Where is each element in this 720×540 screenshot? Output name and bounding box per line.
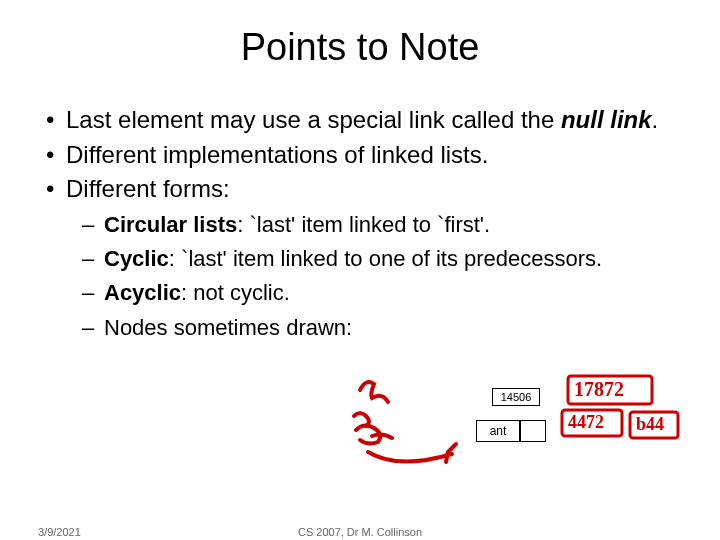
node-bottom-box: ant [476, 420, 520, 442]
svg-rect-2 [630, 412, 678, 438]
node-bottom-pointer-box [520, 420, 546, 442]
bullet-list: Last element may use a special link call… [40, 105, 680, 342]
bullet-1: Last element may use a special link call… [40, 105, 680, 136]
sub-1-label: Circular lists [104, 212, 237, 237]
sub-2-rest: : `last' item linked to one of its prede… [169, 246, 602, 271]
bullet-3: Different forms: Circular lists: `last' … [40, 174, 680, 341]
svg-rect-0 [568, 376, 652, 404]
footer-date: 3/9/2021 [38, 526, 81, 538]
bullet-1-emph: null link [561, 106, 652, 133]
bullet-2: Different implementations of linked list… [40, 140, 680, 171]
sub-1-rest: : `last' item linked to `first'. [237, 212, 490, 237]
sub-3-rest: : not cyclic. [181, 280, 290, 305]
slide: Points to Note Last element may use a sp… [0, 0, 720, 540]
sub-2-label: Cyclic [104, 246, 169, 271]
bullet-1-post: . [652, 106, 659, 133]
sub-4: Nodes sometimes drawn: [80, 314, 680, 342]
sub-2: Cyclic: `last' item linked to one of its… [80, 245, 680, 273]
handwriting-bot-right: b44 [636, 414, 664, 435]
handwriting-top-right: 17872 [574, 378, 624, 401]
handwriting-mid-right: 4472 [568, 412, 604, 433]
node-top-box: 14506 [492, 388, 540, 406]
sub-3-label: Acyclic [104, 280, 181, 305]
sub-bullet-list: Circular lists: `last' item linked to `f… [80, 211, 680, 342]
bullet-3-text: Different forms: [66, 175, 230, 202]
svg-rect-1 [562, 410, 622, 436]
slide-title: Points to Note [40, 26, 680, 69]
sub-1: Circular lists: `last' item linked to `f… [80, 211, 680, 239]
footer-center: CS 2007, Dr M. Collinson [298, 526, 422, 538]
sub-3: Acyclic: not cyclic. [80, 279, 680, 307]
bullet-1-pre: Last element may use a special link call… [66, 106, 561, 133]
